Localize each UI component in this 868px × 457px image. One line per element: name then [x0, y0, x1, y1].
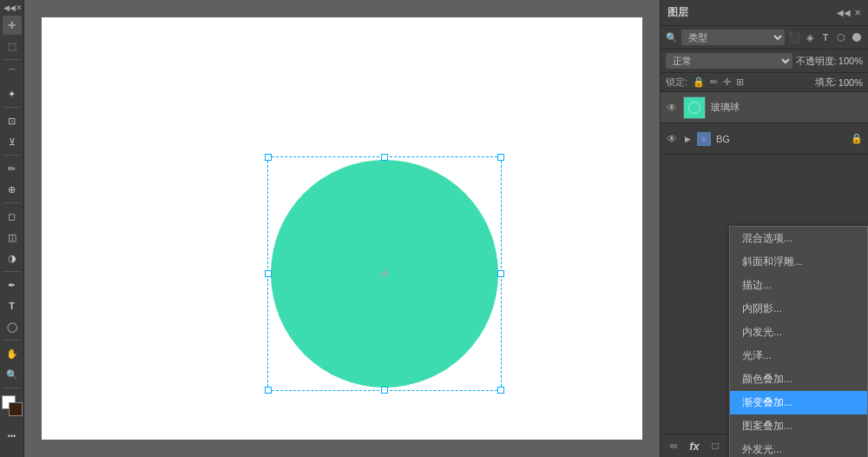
- crop-tool[interactable]: ⊡: [3, 111, 22, 130]
- handle-middle-left[interactable]: [265, 270, 272, 277]
- menu-item-inner-shadow[interactable]: 内阴影...: [730, 297, 867, 321]
- search-icon: 🔍: [666, 32, 678, 43]
- background-color[interactable]: [9, 402, 23, 416]
- filter-text-icon[interactable]: T: [819, 31, 832, 43]
- panel-header: 图层 ◀◀ ✕: [661, 0, 868, 26]
- main-canvas-area: ✛: [24, 0, 660, 457]
- magic-wand-tool[interactable]: ✦: [3, 84, 22, 103]
- text-tool[interactable]: T: [3, 296, 22, 315]
- selection-box: ✛: [267, 156, 502, 391]
- shape-tool[interactable]: ◯: [3, 317, 22, 336]
- layer-visibility-glass[interactable]: 👁: [666, 102, 678, 114]
- eyedropper-tool[interactable]: ⊻: [3, 132, 22, 151]
- filter-shape-icon[interactable]: ⬡: [835, 31, 847, 43]
- separator-1: [3, 59, 21, 60]
- more-tools[interactable]: •••: [3, 427, 22, 446]
- menu-item-satin[interactable]: 光泽...: [730, 344, 867, 368]
- eraser-tool[interactable]: ◻: [3, 207, 22, 226]
- menu-item-gradient-overlay[interactable]: 渐变叠加...: [730, 391, 867, 414]
- fill-label: 填充:: [815, 76, 837, 89]
- separator-3: [3, 155, 21, 156]
- lasso-tool[interactable]: ⌒: [3, 63, 22, 83]
- opacity-value[interactable]: 100%: [838, 56, 863, 66]
- layer-name-glass: 玻璃球: [711, 101, 863, 114]
- separator-7: [3, 387, 21, 388]
- handle-bottom-left[interactable]: [265, 387, 272, 394]
- handle-bottom-right[interactable]: [497, 387, 504, 394]
- filter-adjust-icon[interactable]: ◈: [804, 31, 816, 43]
- left-toolbar: ◀◀ ✕ ✛ ⬚ ⌒ ✦ ⊡ ⊻ ✏ ⊕ ◻ ◫ ◑ ✒ T ◯ ✋ 🔍 •••: [0, 0, 24, 457]
- hand-tool[interactable]: ✋: [3, 344, 22, 363]
- handle-top-right[interactable]: [497, 154, 504, 161]
- menu-item-inner-glow[interactable]: 内发光...: [730, 321, 867, 344]
- move-tool[interactable]: ✛: [3, 16, 22, 35]
- panel-collapse-btn[interactable]: ◀◀: [837, 8, 851, 17]
- layer-thumbnail-glass: [683, 96, 706, 119]
- marquee-tool[interactable]: ⬚: [3, 36, 22, 56]
- menu-item-bevel-emboss[interactable]: 斜面和浮雕...: [730, 250, 867, 274]
- menu-item-outer-glow[interactable]: 外发光...: [730, 438, 867, 457]
- handle-bottom-center[interactable]: [381, 387, 388, 394]
- menu-item-color-overlay[interactable]: 颜色叠加...: [730, 368, 867, 391]
- zoom-tool[interactable]: 🔍: [3, 365, 22, 384]
- crosshair: ✛: [379, 267, 390, 281]
- handle-top-center[interactable]: [381, 154, 388, 161]
- fill-value[interactable]: 100%: [838, 77, 863, 88]
- layer-lock-bg: 🔒: [851, 133, 863, 144]
- canvas: ✛: [42, 17, 642, 440]
- opacity-label: 不透明度:: [796, 55, 837, 68]
- panel-controls: ◀◀ ✕: [837, 8, 861, 17]
- brush-tool[interactable]: ✏: [3, 159, 22, 178]
- context-menu: 混合选项... 斜面和浮雕... 描边... 内阴影... 内发光... 光泽.…: [729, 226, 868, 457]
- filter-icons: ⬛ ◈ T ⬡: [788, 31, 863, 43]
- separator-6: [3, 340, 21, 341]
- handle-middle-right[interactable]: [497, 270, 504, 277]
- move-lock-icon[interactable]: ✛: [723, 76, 731, 88]
- opacity-control: 不透明度: 100%: [796, 55, 863, 68]
- lock-icon[interactable]: 🔒: [693, 76, 705, 88]
- right-panel: 图层 ◀◀ ✕ 🔍 类型 ⬛ ◈ T ⬡ 正常 不透明度: 100%: [660, 0, 868, 457]
- search-bar: 🔍 类型 ⬛ ◈ T ⬡: [661, 26, 868, 50]
- color-swatches[interactable]: [2, 395, 23, 416]
- lock-label: 锁定:: [666, 76, 687, 89]
- dodge-tool[interactable]: ◑: [3, 248, 22, 268]
- fill-control: 填充: 100%: [815, 76, 863, 89]
- gradient-tool[interactable]: ◫: [3, 228, 22, 247]
- link-icon[interactable]: ∞: [666, 438, 681, 454]
- new-fill-layer-icon[interactable]: □: [707, 438, 723, 454]
- layer-expand-bg[interactable]: ▶: [683, 135, 692, 143]
- menu-item-pattern-overlay[interactable]: 图案叠加...: [730, 414, 867, 438]
- type-filter-select[interactable]: 类型: [681, 30, 785, 45]
- layer-visibility-bg[interactable]: 👁: [666, 133, 678, 145]
- toolbar-collapse[interactable]: ◀◀ ✕: [2, 3, 22, 14]
- separator-5: [3, 271, 21, 272]
- fx-button[interactable]: fx: [687, 438, 702, 454]
- filter-pixel-icon[interactable]: ⬛: [788, 31, 800, 43]
- layer-mode-row: 正常 不透明度: 100%: [661, 50, 868, 73]
- artboard-icon[interactable]: ⊞: [736, 76, 744, 88]
- layer-name-bg: BG: [716, 134, 845, 144]
- clone-tool[interactable]: ⊕: [3, 180, 22, 199]
- separator-4: [3, 202, 21, 203]
- lock-row: 锁定: 🔒 ✏ ✛ ⊞ 填充: 100%: [661, 73, 868, 92]
- thumb-inner: [688, 102, 700, 114]
- layer-folder-icon: ■: [697, 132, 711, 146]
- layer-item-glass-ball[interactable]: 👁 玻璃球: [661, 92, 868, 123]
- layer-item-bg[interactable]: 👁 ▶ ■ BG 🔒: [661, 123, 868, 155]
- blend-mode-select[interactable]: 正常: [666, 53, 792, 69]
- pen-tool[interactable]: ✒: [3, 275, 22, 295]
- edit-icon[interactable]: ✏: [710, 76, 718, 88]
- menu-item-stroke[interactable]: 描边...: [730, 274, 867, 297]
- panel-close-btn[interactable]: ✕: [854, 8, 861, 17]
- handle-top-left[interactable]: [265, 154, 272, 161]
- menu-item-blend-options[interactable]: 混合选项...: [730, 227, 867, 250]
- filter-smart-icon[interactable]: [851, 31, 863, 43]
- panel-title: 图层: [667, 5, 688, 20]
- separator-2: [3, 107, 21, 108]
